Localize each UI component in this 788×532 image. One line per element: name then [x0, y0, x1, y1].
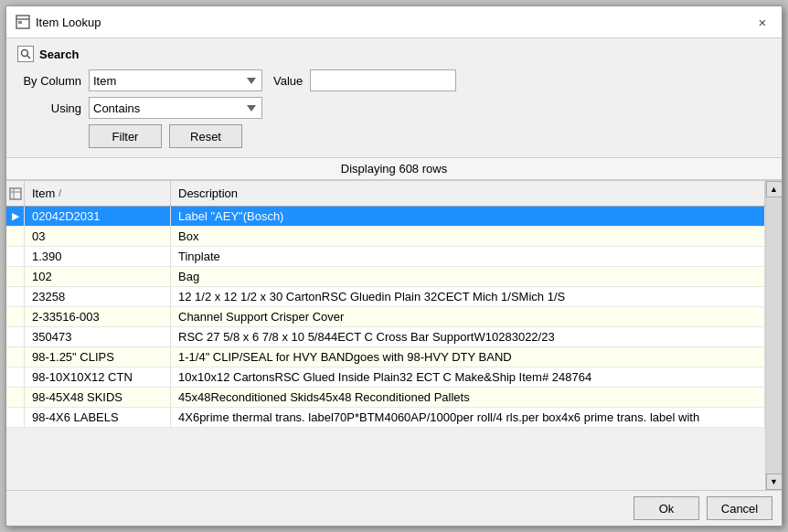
table-row[interactable]: 1.390Tinplate — [6, 247, 765, 267]
cell-item: 98-4X6 LABELS — [25, 408, 171, 427]
row-indicator — [6, 347, 25, 367]
cell-item: 23258 — [25, 287, 171, 306]
cell-description: 45x48Reconditioned Skids45x48 Reconditio… — [171, 388, 765, 407]
button-row: Filter Reset — [89, 124, 771, 148]
item-lookup-dialog: Item Lookup × Search By Column Item Desc… — [5, 5, 783, 527]
status-bar: Displaying 608 rows — [6, 158, 782, 180]
row-indicator — [6, 388, 25, 407]
vertical-scrollbar[interactable]: ▲ ▼ — [765, 181, 782, 490]
by-column-label: By Column — [17, 74, 81, 88]
dialog-title: Item Lookup — [36, 16, 101, 29]
by-column-row: By Column Item Description Category Vend… — [17, 69, 771, 91]
scroll-track[interactable] — [766, 197, 782, 473]
ok-button[interactable]: Ok — [634, 496, 699, 520]
svg-point-3 — [22, 50, 28, 57]
scroll-up-arrow[interactable]: ▲ — [766, 181, 783, 197]
using-row: Using Contains Starts With Equals — [17, 97, 771, 119]
cell-description: Bag — [171, 267, 765, 286]
status-text: Displaying 608 rows — [341, 162, 447, 176]
th-item-label: Item — [32, 186, 55, 200]
cell-description: Tinplate — [171, 247, 765, 266]
using-select[interactable]: Contains Starts With Equals — [89, 97, 262, 119]
cell-description: 1-1/4" CLIP/SEAL for HVY BANDgoes with 9… — [171, 347, 765, 367]
cell-description: Channel Support Crisper Cover — [171, 307, 765, 326]
cell-item: 1.390 — [25, 247, 171, 266]
cell-item: 2-33516-003 — [25, 307, 171, 326]
table-header: Item / Description — [6, 181, 765, 207]
cell-item: 350473 — [25, 327, 171, 346]
table-body: ▶02042D2031Label "AEY"(Bosch)03Box1.390T… — [6, 207, 765, 490]
search-label: Search — [39, 48, 79, 61]
cell-item: 98-10X10X12 CTN — [25, 367, 171, 387]
cell-description: 12 1/2 x 12 1/2 x 30 CartonRSC Gluedin P… — [171, 287, 765, 306]
cell-item: 98-1.25" CLIPS — [25, 347, 171, 367]
search-icon — [17, 46, 34, 62]
close-button[interactable]: × — [752, 12, 772, 32]
row-indicator — [6, 227, 25, 246]
cell-item: 102 — [25, 267, 171, 286]
cell-description: Box — [171, 227, 765, 246]
svg-line-4 — [27, 56, 30, 59]
value-label: Value — [273, 74, 303, 88]
cell-item: 98-45X48 SKIDS — [25, 388, 171, 407]
footer: Ok Cancel — [6, 490, 782, 526]
cell-description: 10x10x12 CartonsRSC Glued Inside Plain32… — [171, 367, 765, 387]
header-indicator — [6, 181, 25, 206]
table-row[interactable]: 98-45X48 SKIDS45x48Reconditioned Skids45… — [6, 388, 765, 408]
row-indicator — [6, 408, 25, 427]
value-input[interactable] — [310, 69, 456, 91]
row-indicator — [6, 367, 25, 387]
by-column-select[interactable]: Item Description Category Vendor — [89, 69, 262, 91]
table-row[interactable]: 2325812 1/2 x 12 1/2 x 30 CartonRSC Glue… — [6, 287, 765, 307]
cell-item: 02042D2031 — [25, 207, 171, 226]
row-indicator — [6, 247, 25, 266]
th-description[interactable]: Description — [171, 181, 765, 206]
table-row[interactable]: 98-10X10X12 CTN10x10x12 CartonsRSC Glued… — [6, 367, 765, 388]
table-row[interactable]: 102Bag — [6, 267, 765, 287]
title-bar-left: Item Lookup — [16, 15, 101, 29]
svg-rect-2 — [18, 21, 22, 24]
filter-button[interactable]: Filter — [89, 124, 162, 148]
cell-description: RSC 27 5/8 x 6 7/8 x 10 5/844ECT C Cross… — [171, 327, 765, 346]
dialog-icon — [16, 15, 30, 29]
table-row[interactable]: 98-1.25" CLIPS1-1/4" CLIP/SEAL for HVY B… — [6, 347, 765, 367]
table-row[interactable]: 350473RSC 27 5/8 x 6 7/8 x 10 5/844ECT C… — [6, 327, 765, 347]
svg-rect-5 — [10, 188, 21, 199]
cancel-button[interactable]: Cancel — [707, 496, 772, 520]
sort-icon: / — [59, 188, 61, 198]
cell-description: 4X6prime thermal trans. label70P*BTM4060… — [171, 408, 765, 427]
table-row[interactable]: 2-33516-003Channel Support Crisper Cover — [6, 307, 765, 327]
scroll-down-arrow[interactable]: ▼ — [766, 473, 783, 490]
search-header: Search — [17, 46, 771, 62]
row-indicator — [6, 327, 25, 346]
th-desc-label: Description — [178, 186, 238, 200]
title-bar: Item Lookup × — [6, 6, 782, 38]
row-indicator: ▶ — [6, 207, 25, 226]
row-indicator — [6, 267, 25, 286]
cell-description: Label "AEY"(Bosch) — [171, 207, 765, 226]
table-row[interactable]: 98-4X6 LABELS4X6prime thermal trans. lab… — [6, 408, 765, 428]
table-container: Item / Description ▶02042D2031Label "AEY… — [6, 180, 782, 490]
using-label: Using — [17, 101, 81, 115]
table-row[interactable]: ▶02042D2031Label "AEY"(Bosch) — [6, 207, 765, 227]
cell-item: 03 — [25, 227, 171, 246]
table-row[interactable]: 03Box — [6, 227, 765, 247]
row-indicator — [6, 287, 25, 306]
search-section: Search By Column Item Description Catego… — [6, 38, 782, 158]
th-item[interactable]: Item / — [25, 181, 171, 206]
reset-button[interactable]: Reset — [169, 124, 242, 148]
row-indicator — [6, 307, 25, 326]
